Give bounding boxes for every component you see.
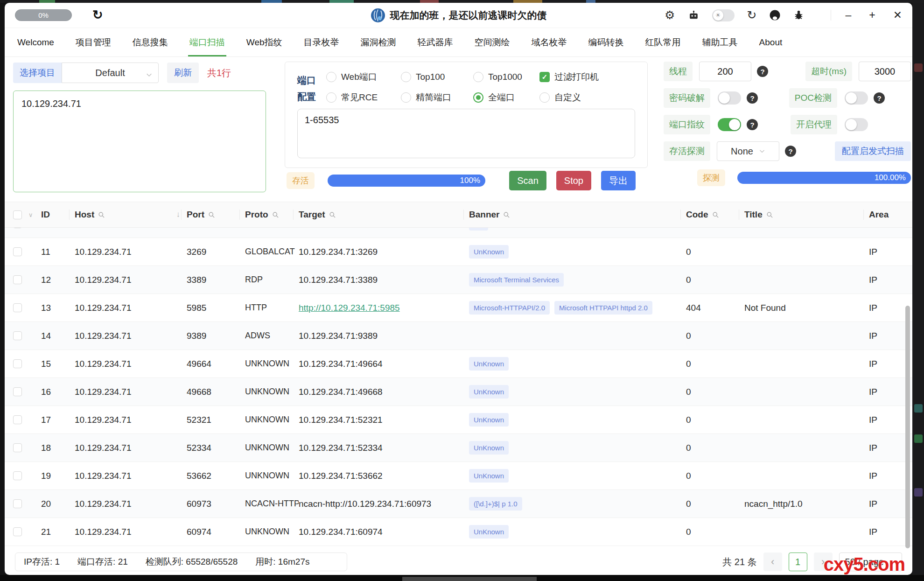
port-option[interactable]: Top100 <box>401 70 473 84</box>
search-icon[interactable] <box>208 211 215 218</box>
tab-Welcome[interactable]: Welcome <box>7 28 65 56</box>
radio-icon[interactable] <box>473 72 483 82</box>
cell-id: 18 <box>41 443 75 453</box>
prev-page-button[interactable]: ‹ <box>763 553 782 571</box>
search-icon[interactable] <box>329 211 336 218</box>
tab-信息搜集[interactable]: 信息搜集 <box>122 28 179 56</box>
minimize-button[interactable]: – <box>845 10 851 21</box>
checkbox-icon[interactable]: ✓ <box>539 72 550 82</box>
port-option[interactable]: ✓过滤打印机 <box>539 70 599 84</box>
port-option-label: 精简端口 <box>416 91 451 104</box>
help-icon[interactable]: ? <box>747 119 758 130</box>
reload-icon[interactable]: ↻ <box>92 9 103 21</box>
row-checkbox[interactable] <box>13 247 22 256</box>
cell-host: 10.129.234.71 <box>75 247 187 257</box>
cell-proto: UNKNOWN <box>245 527 299 537</box>
search-icon[interactable] <box>503 211 510 218</box>
refresh-button[interactable]: 刷新 <box>167 63 199 83</box>
project-select[interactable]: Default <box>62 63 159 83</box>
stop-button[interactable]: Stop <box>556 171 591 190</box>
port-option-label: 全端口 <box>488 91 515 104</box>
cell-port: 60973 <box>187 499 245 509</box>
port-option[interactable]: 全端口 <box>473 90 539 105</box>
alive-detect-select[interactable]: None <box>717 141 779 161</box>
search-icon[interactable] <box>272 211 279 218</box>
cell-id: 15 <box>41 359 75 369</box>
timeout-input[interactable]: 3000 <box>859 62 911 81</box>
tab-轻武器库[interactable]: 轻武器库 <box>407 28 464 56</box>
row-checkbox[interactable] <box>13 443 22 452</box>
port-option[interactable]: Top1000 <box>473 70 539 84</box>
row-checkbox[interactable] <box>13 527 22 536</box>
banner-badge: Microsoft Terminal Services <box>469 273 564 287</box>
results-table: ∨IDHost↓PortProtoTargetBannerCodeTitleAr… <box>5 202 912 549</box>
select-all-checkbox[interactable] <box>13 210 22 219</box>
help-icon[interactable]: ? <box>747 92 758 104</box>
row-checkbox[interactable] <box>13 415 22 424</box>
radio-icon[interactable] <box>326 72 336 82</box>
tab-目录枚举[interactable]: 目录枚举 <box>293 28 350 56</box>
cell-banner: 0.a <box>469 228 686 231</box>
radio-icon[interactable] <box>401 92 411 103</box>
heuristic-scan-button[interactable]: 配置启发式扫描 <box>835 141 911 161</box>
row-checkbox[interactable] <box>13 228 22 228</box>
ports-range-input[interactable]: 1-65535 <box>297 109 635 158</box>
crack-toggle[interactable] <box>718 91 741 105</box>
export-button[interactable]: 导出 <box>601 171 636 190</box>
row-checkbox[interactable] <box>13 275 22 284</box>
thread-input[interactable]: 200 <box>699 62 751 81</box>
tab-漏洞检测[interactable]: 漏洞检测 <box>350 28 407 56</box>
tab-端口扫描[interactable]: 端口扫描 <box>179 28 236 56</box>
radio-icon[interactable] <box>539 92 550 103</box>
row-checkbox[interactable] <box>13 471 22 480</box>
tab-项目管理[interactable]: 项目管理 <box>65 28 122 56</box>
row-checkbox[interactable] <box>13 331 22 340</box>
target-link[interactable]: http://10.129.234.71:5985 <box>299 303 400 313</box>
tab-空间测绘[interactable]: 空间测绘 <box>464 28 521 56</box>
sync-icon[interactable]: ↻ <box>747 9 757 21</box>
radio-icon[interactable] <box>326 92 336 103</box>
sort-icon[interactable]: ↓ <box>176 210 181 219</box>
chevron-down-icon[interactable]: ∨ <box>28 211 33 218</box>
fingerprint-toggle[interactable] <box>718 118 741 131</box>
radio-icon[interactable] <box>401 72 411 82</box>
proxy-toggle[interactable] <box>845 118 868 131</box>
tab-辅助工具[interactable]: 辅助工具 <box>692 28 749 56</box>
targets-textarea[interactable]: 10.129.234.71 <box>13 91 266 192</box>
search-icon[interactable] <box>712 211 719 218</box>
row-checkbox[interactable] <box>13 499 22 508</box>
search-icon[interactable] <box>98 211 105 218</box>
row-checkbox[interactable] <box>13 303 22 312</box>
bug-icon[interactable] <box>793 10 804 21</box>
vertical-scrollbar[interactable] <box>905 306 910 548</box>
github-icon[interactable] <box>769 9 781 21</box>
tab-红队常用[interactable]: 红队常用 <box>635 28 692 56</box>
tab-编码转换[interactable]: 编码转换 <box>578 28 635 56</box>
port-option[interactable]: 常见RCE <box>326 90 401 105</box>
search-icon[interactable] <box>766 211 773 218</box>
tab-域名枚举[interactable]: 域名枚举 <box>521 28 578 56</box>
port-option[interactable]: Web端口 <box>326 70 401 84</box>
row-checkbox[interactable] <box>13 387 22 396</box>
port-option[interactable]: 精简端口 <box>401 90 473 105</box>
poc-toggle[interactable] <box>845 91 868 105</box>
robot-icon[interactable] <box>688 9 700 21</box>
port-option[interactable]: 自定义 <box>539 90 599 105</box>
row-checkbox[interactable] <box>13 359 22 368</box>
table-row: 2110.129.234.7160974UNKNOWN10.129.234.71… <box>5 518 912 546</box>
help-icon[interactable]: ? <box>874 92 885 104</box>
help-icon[interactable]: ? <box>785 146 796 157</box>
theme-toggle[interactable]: ☀ <box>712 9 735 21</box>
close-button[interactable]: ✕ <box>893 10 902 21</box>
current-page[interactable]: 1 <box>789 553 807 571</box>
tab-About[interactable]: About <box>749 28 793 56</box>
radio-icon[interactable] <box>473 92 483 103</box>
tab-Web指纹[interactable]: Web指纹 <box>236 28 293 56</box>
target-text: ncacn-http://10.129.234.71:60973 <box>299 499 431 509</box>
scan-button[interactable]: Scan <box>509 171 546 190</box>
help-icon[interactable]: ? <box>757 66 768 77</box>
settings-gear-icon[interactable]: ⚙ <box>665 9 675 21</box>
maximize-button[interactable]: + <box>869 10 875 21</box>
port-option-label: 常见RCE <box>341 91 378 104</box>
cell-code: 0 <box>686 247 744 257</box>
